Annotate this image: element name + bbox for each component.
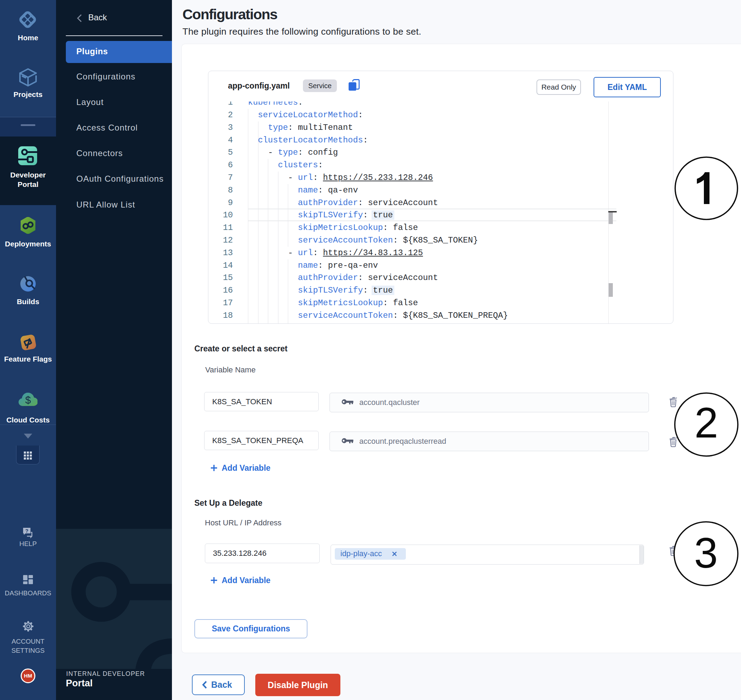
svg-text:3: 3 xyxy=(694,529,718,577)
svg-text:2: 2 xyxy=(694,399,718,447)
svg-text:?: ? xyxy=(25,528,28,534)
svg-text:$: $ xyxy=(25,394,31,406)
